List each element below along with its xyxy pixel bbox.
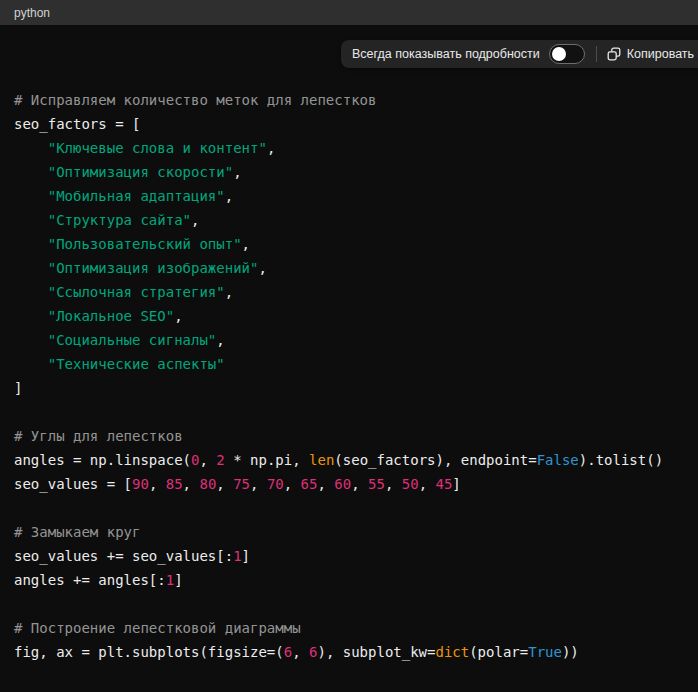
code-line: "Структура сайта", [14, 208, 684, 232]
copy-code-label: Копировать код [627, 47, 698, 61]
code-line: ] [14, 376, 684, 400]
toolbar-divider [596, 46, 597, 62]
code-line [14, 496, 684, 520]
code-block: # Исправляем количество меток для лепест… [0, 25, 698, 692]
copy-icon [607, 47, 621, 61]
code-line: # Построение лепестковой диаграммы [14, 616, 684, 640]
code-line: "Ссылочная стратегия", [14, 280, 684, 304]
code-line: # Исправляем количество меток для лепест… [14, 88, 684, 112]
toggle-knob-icon [552, 47, 566, 61]
code-line: "Технические аспекты" [14, 352, 684, 376]
copy-code-button[interactable]: Копировать код [607, 47, 698, 61]
code-line: angles += angles[:1] [14, 568, 684, 592]
code-line: "Оптимизация изображений", [14, 256, 684, 280]
code-line [14, 664, 684, 688]
language-label: python [14, 6, 50, 20]
code-line: seo_values = [90, 85, 80, 75, 70, 65, 60… [14, 472, 684, 496]
code-line: "Ключевые слова и контент", [14, 136, 684, 160]
code-line: # Углы для лепестков [14, 424, 684, 448]
code-line: seo_factors = [ [14, 112, 684, 136]
code-line [14, 400, 684, 424]
code-line: fig, ax = plt.subplots(figsize=(6, 6), s… [14, 640, 684, 664]
code-line: # Рисуем диаграмму [14, 688, 684, 692]
always-show-details-toggle[interactable] [549, 44, 585, 64]
code-toolbar: Всегда показывать подробности Копировать… [341, 40, 698, 68]
code-line: "Мобильная адаптация", [14, 184, 684, 208]
code-line: "Оптимизация скорости", [14, 160, 684, 184]
code-line: "Пользовательский опыт", [14, 232, 684, 256]
code-line: seo_values += seo_values[:1] [14, 544, 684, 568]
code-line: "Локальное SEO", [14, 304, 684, 328]
code-content: # Исправляем количество меток для лепест… [14, 88, 684, 692]
code-line: # Замыкаем круг [14, 520, 684, 544]
code-line [14, 592, 684, 616]
code-line: angles = np.linspace(0, 2 * np.pi, len(s… [14, 448, 684, 472]
always-show-details-label: Всегда показывать подробности [352, 47, 540, 61]
code-block-header: python [0, 0, 698, 25]
code-line: "Социальные сигналы", [14, 328, 684, 352]
